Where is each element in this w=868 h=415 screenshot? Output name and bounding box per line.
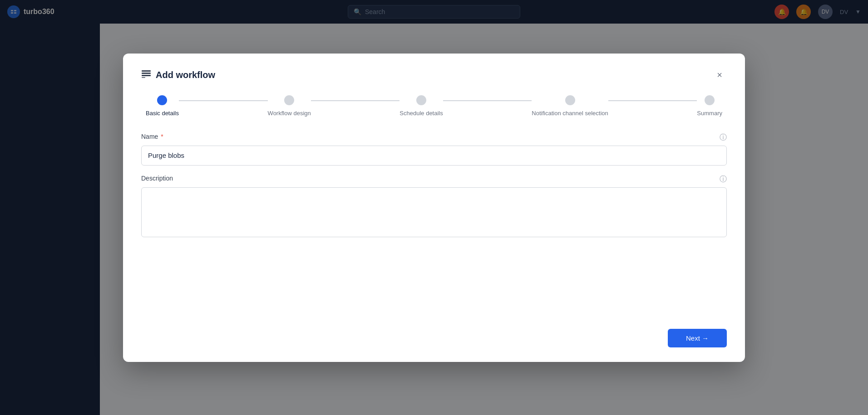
name-label-row: Name * ⓘ [141, 133, 727, 143]
step-circle-3 [416, 95, 426, 105]
name-info-icon[interactable]: ⓘ [720, 133, 727, 142]
step-summary: Summary [697, 95, 722, 117]
modal-footer: Next → [668, 329, 727, 347]
step-label-4: Notification channel selection [532, 110, 608, 117]
close-icon: × [717, 70, 722, 80]
step-circle-1 [157, 95, 167, 105]
close-button[interactable]: × [712, 68, 727, 83]
step-circle-4 [565, 95, 575, 105]
modal-header: Add workflow × [141, 68, 727, 83]
next-label: Next → [686, 334, 709, 342]
name-label: Name * [141, 133, 163, 140]
svg-rect-1 [142, 73, 151, 74]
stepper-line-2 [311, 100, 400, 101]
name-label-text: Name [141, 133, 158, 140]
form-section: Name * ⓘ Description ⓘ [141, 133, 727, 239]
description-label-text: Description [141, 175, 173, 182]
description-label-row: Description ⓘ [141, 175, 727, 185]
step-schedule-details: Schedule details [399, 95, 443, 117]
step-label-1: Basic details [146, 110, 179, 117]
description-label: Description [141, 175, 173, 182]
stepper-line-3 [443, 100, 532, 101]
add-workflow-modal: Add workflow × Basic details Workflow de… [123, 54, 745, 362]
step-circle-5 [705, 95, 715, 105]
workflow-stepper: Basic details Workflow design Schedule d… [141, 95, 727, 117]
step-basic-details: Basic details [146, 95, 179, 117]
next-button[interactable]: Next → [668, 329, 727, 347]
svg-rect-3 [142, 77, 145, 78]
step-label-3: Schedule details [399, 110, 443, 117]
stepper-line-4 [608, 100, 697, 101]
name-input[interactable] [141, 146, 727, 166]
svg-rect-0 [142, 70, 151, 72]
modal-title-text: Add workflow [156, 70, 215, 80]
step-workflow-design: Workflow design [268, 95, 311, 117]
step-label-5: Summary [697, 110, 722, 117]
stepper-line-1 [179, 100, 268, 101]
modal-title: Add workflow [141, 70, 215, 80]
step-circle-2 [284, 95, 294, 105]
description-textarea[interactable] [141, 187, 727, 237]
step-label-2: Workflow design [268, 110, 311, 117]
step-notification-channel: Notification channel selection [532, 95, 608, 117]
workflow-icon [141, 70, 151, 80]
name-required-star: * [161, 133, 163, 140]
svg-rect-2 [142, 75, 151, 76]
description-info-icon[interactable]: ⓘ [720, 175, 727, 184]
